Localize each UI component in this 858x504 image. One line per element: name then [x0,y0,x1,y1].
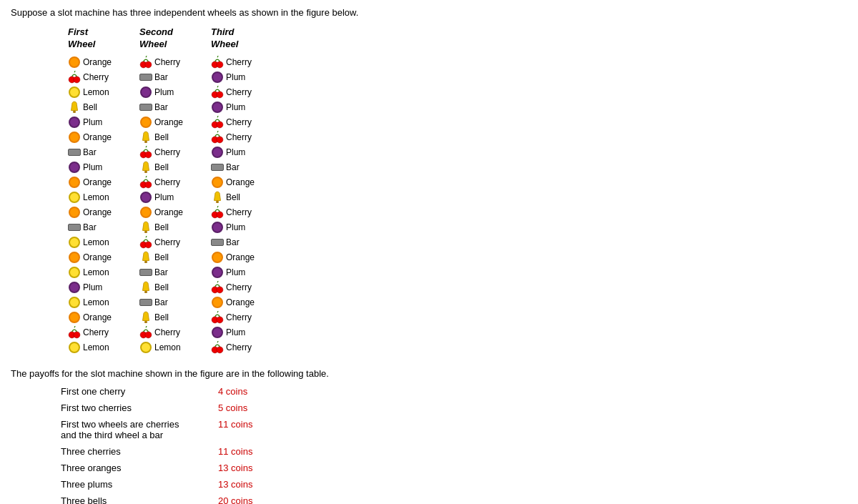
orange-icon [68,251,81,264]
orange-icon [211,251,224,264]
payoff-row: Three bells20 coins [61,495,847,504]
symbol-label: Cherry [226,132,252,142]
wheel-row: Bell [139,130,211,144]
svg-line-10 [146,56,147,57]
wheel-row: Bell [139,220,211,234]
bell-icon [139,311,152,324]
svg-line-46 [217,131,218,132]
plum-icon [211,221,224,234]
payoff-value: 13 coins [218,463,252,473]
bell-icon [139,131,152,144]
bar-icon [68,221,81,234]
orange-icon [68,206,81,219]
symbol-label: Bar [83,147,97,157]
svg-point-1 [74,76,80,83]
wheel-row: Plum [211,220,282,234]
payoff-description: First one cherry [61,386,218,397]
cherry-icon [211,206,224,219]
lemon-icon [68,341,81,354]
bell-icon [68,101,81,114]
symbol-label: Cherry [226,57,252,67]
payoff-row: First two cherries5 coins [61,402,847,413]
wheel-row: Cherry [68,325,139,340]
symbol-label: Cherry [154,177,180,187]
symbol-label: Cherry [83,327,109,337]
symbol-label: Orange [83,177,112,187]
svg-point-27 [144,261,148,262]
plum-icon [211,71,224,84]
wheel-row: Bell [211,190,282,204]
lemon-icon [68,191,81,204]
plum-icon [211,101,224,114]
payoff-value: 11 coins [218,419,252,430]
svg-point-24 [145,242,152,248]
symbol-label: Orange [154,117,183,127]
bar-icon [68,146,81,159]
cherry-icon [68,326,81,339]
wheel-row: Bar [211,235,282,249]
svg-point-31 [144,321,148,322]
symbol-label: Plum [226,267,245,277]
symbol-label: Cherry [226,342,252,352]
wheel-row: Bar [139,295,211,310]
payoff-section: The payoffs for the slot machine shown i… [11,368,847,504]
payoff-description: Three cherries [61,446,218,457]
wheel-row: Cherry [139,175,211,189]
wheel-row: Plum [68,115,139,129]
wheel-row: Cherry [68,70,139,84]
svg-point-6 [74,332,80,338]
bell-icon [139,221,152,234]
svg-point-48 [216,201,220,202]
wheel-header-0: FirstWheel [68,26,139,51]
wheel-row: Bar [68,145,139,159]
svg-point-50 [217,212,223,218]
symbol-label: Lemon [83,297,109,307]
symbol-label: Bell [154,282,169,292]
symbol-label: Lemon [83,192,109,202]
wheel-row: Orange [211,250,282,265]
orange-icon [211,296,224,309]
cherry-icon [211,131,224,144]
symbol-label: Bar [154,297,168,307]
cherry-icon [139,236,152,249]
wheel-row: Lemon [139,340,211,355]
wheel-row: Cherry [211,340,282,355]
symbol-label: Plum [226,72,245,82]
wheel-row: Orange [211,175,282,189]
payoff-value: 11 coins [218,446,252,457]
intro-text: Suppose a slot machine has three indepen… [11,7,847,18]
symbol-label: Cherry [226,117,252,127]
lemon-icon [68,266,81,279]
wheel-row: Cherry [139,325,211,340]
symbol-label: Orange [83,312,112,322]
symbol-label: Orange [226,177,255,187]
plum-icon [211,266,224,279]
lemon-icon [68,296,81,309]
wheel-row: Cherry [139,55,211,69]
symbol-label: Plum [226,147,245,157]
bar-icon [139,101,152,114]
wheel-row: Plum [68,280,139,295]
symbol-label: Orange [83,132,112,142]
symbol-label: Plum [154,87,174,97]
lemon-icon [68,236,81,249]
payoff-value: 20 coins [218,495,252,504]
symbol-label: Lemon [83,237,109,247]
symbol-label: Lemon [83,267,109,277]
wheel-row: Plum [211,100,282,114]
wheel-row: Plum [211,325,282,340]
payoff-intro: The payoffs for the slot machine shown i… [11,368,847,379]
bell-icon [139,281,152,294]
svg-point-33 [145,332,152,338]
svg-line-60 [217,341,218,342]
symbol-label: Bar [226,237,240,247]
symbol-label: Bar [154,102,168,112]
wheel-row: Cherry [211,310,282,325]
cherry-icon [211,56,224,69]
symbol-label: Orange [83,57,112,67]
svg-point-36 [217,61,223,68]
wheel-row: Bell [139,250,211,265]
plum-icon [211,326,224,339]
svg-point-45 [217,137,223,143]
bar-icon [139,266,152,279]
